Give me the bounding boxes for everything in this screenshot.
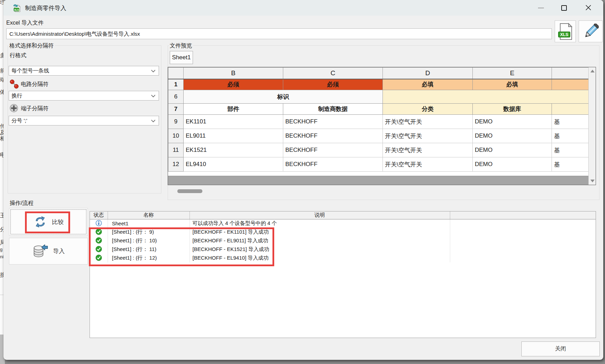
circuit-separator-dropdown[interactable]: 换行 <box>9 91 159 101</box>
row-number[interactable]: 12 <box>168 157 184 172</box>
cell[interactable] <box>552 104 589 115</box>
cell[interactable]: 标识 <box>184 90 383 104</box>
cell[interactable]: 必填 <box>383 79 473 90</box>
status-row[interactable]: Sheet1 可以成功导入 4 个设备型号中的 4 个 <box>90 219 596 228</box>
open-xls-button[interactable]: XLS <box>555 20 576 42</box>
panel-horizontal-scrollbar-thumb[interactable] <box>177 189 202 193</box>
cell[interactable]: 基 <box>552 143 589 157</box>
row-number[interactable]: 7 <box>168 104 184 115</box>
cell[interactable]: 基 <box>552 115 589 129</box>
close-icon <box>585 4 592 11</box>
row-number[interactable]: 6 <box>168 90 184 104</box>
row-format-label: 行格式 <box>10 52 26 59</box>
cell[interactable]: 基 <box>552 157 589 172</box>
spreadsheet-preview[interactable]: B C D E 1 必须 必须 必填 必填 6 标识 7 部件 <box>168 67 596 185</box>
background-text: g <box>0 247 2 252</box>
cell[interactable]: DEMO <box>473 129 552 143</box>
corner-cell[interactable] <box>168 68 184 79</box>
format-group-title: 格式选择和分隔符 <box>8 42 55 50</box>
circuit-separator-label: 电路分隔符 <box>21 81 49 88</box>
minimize-button[interactable] <box>533 0 549 16</box>
name-column-header[interactable]: 名称 <box>108 211 190 219</box>
status-row[interactable]: [Sheet1] : (行： 10) [BECKHOFF - EL9011] 导… <box>90 236 596 245</box>
row-number[interactable]: 10 <box>168 129 184 143</box>
cell[interactable]: 开关\空气开关 <box>383 129 473 143</box>
circuit-separator-value: 换行 <box>11 93 22 98</box>
file-path-input[interactable]: C:\Users\Administrator\Desktop\电气设备型号导入.… <box>6 28 552 39</box>
status-description: [BECKHOFF - EL9011] 导入成功 <box>190 236 450 245</box>
scroll-down-icon[interactable] <box>590 180 595 182</box>
cell[interactable]: 部件 <box>184 104 283 115</box>
column-header[interactable] <box>552 68 589 79</box>
status-table[interactable]: 状态 名称 说明 Sheet1 可以成功导入 4 个设备型号中的 4 个 [Sh… <box>90 211 596 338</box>
cell[interactable]: 必填 <box>473 79 552 90</box>
tab-sheet1[interactable]: Sheet1 <box>170 51 193 64</box>
close-window-button[interactable] <box>580 0 596 16</box>
cell[interactable]: EK1101 <box>184 115 283 129</box>
cell[interactable]: EL9410 <box>184 157 283 172</box>
cell[interactable]: BECKHOFF <box>283 157 383 172</box>
cell[interactable]: 基 <box>552 129 589 143</box>
cell[interactable] <box>552 79 589 90</box>
success-check-icon <box>95 228 102 236</box>
cell[interactable]: DEMO <box>473 157 552 172</box>
column-header[interactable]: C <box>283 68 383 79</box>
import-button-label: 导入 <box>53 247 65 255</box>
window-title: 制造商零件导入 <box>25 4 66 12</box>
table-row: 6 标识 <box>168 90 589 104</box>
status-row[interactable]: [Sheet1] : (行： 9) [BECKHOFF - EK1101] 导入… <box>90 228 596 236</box>
excel-file-label: Excel 导入文件 <box>6 19 44 27</box>
close-button[interactable]: 关闭 <box>521 341 600 356</box>
cell[interactable]: 必须 <box>184 79 283 90</box>
titlebar[interactable]: XLS 制造商零件导入 <box>3 0 603 16</box>
cell[interactable]: 开关\空气开关 <box>383 143 473 157</box>
column-header[interactable]: E <box>473 68 552 79</box>
table-row: 1 必须 必须 必填 必填 <box>168 79 589 90</box>
status-description: [BECKHOFF - EK1101] 导入成功 <box>190 228 450 236</box>
cell[interactable]: BECKHOFF <box>283 115 383 129</box>
row-number[interactable]: 11 <box>168 143 184 157</box>
table-row: 10 EL9011 BECKHOFF 开关\空气开关 DEMO 基 <box>168 129 589 143</box>
cell[interactable]: DEMO <box>473 115 552 129</box>
cell[interactable]: 必须 <box>283 79 383 90</box>
xls-import-icon: XLS <box>12 3 21 14</box>
cell[interactable]: 开关\空气开关 <box>383 157 473 172</box>
import-button[interactable]: 导入 <box>9 238 88 265</box>
row-format-dropdown[interactable]: 每个型号一条线 <box>9 66 159 76</box>
status-column-header[interactable]: 状态 <box>90 211 108 219</box>
cell[interactable]: 数据库 <box>473 104 552 115</box>
row-number[interactable]: 9 <box>168 115 184 129</box>
database-import-icon <box>32 244 48 258</box>
terminal-separator-dropdown[interactable]: 分号 ';' <box>9 116 159 125</box>
status-row[interactable]: [Sheet1] : (行： 12) [BECKHOFF - EL9410] 导… <box>90 254 596 262</box>
column-header[interactable]: D <box>383 68 473 79</box>
table-row: 12 EL9410 BECKHOFF 开关\空气开关 DEMO 基 <box>168 157 589 172</box>
cell[interactable]: 制造商数据 <box>283 104 383 115</box>
cell[interactable]: EK1521 <box>184 143 283 157</box>
description-column-header[interactable]: 说明 <box>190 211 450 219</box>
cell[interactable]: BECKHOFF <box>283 143 383 157</box>
grid-horizontal-scrollbar[interactable] <box>168 176 588 185</box>
status-name: [Sheet1] : (行： 10) <box>108 236 190 245</box>
vertical-scrollbar[interactable] <box>588 67 596 185</box>
cell[interactable]: EL9011 <box>184 129 283 143</box>
edit-button[interactable] <box>579 20 603 42</box>
status-name: [Sheet1] : (行： 11) <box>108 245 190 254</box>
terminal-separator-value: 分号 ';' <box>11 118 27 123</box>
cell[interactable]: 开关\空气开关 <box>383 115 473 129</box>
cell[interactable]: DEMO <box>473 143 552 157</box>
cell[interactable] <box>383 90 589 104</box>
circuit-separator-icon <box>10 79 19 90</box>
cell[interactable]: BECKHOFF <box>283 129 383 143</box>
column-header[interactable]: B <box>184 68 283 79</box>
compare-button[interactable]: 比较 <box>9 208 88 236</box>
svg-text:XLS: XLS <box>14 9 19 11</box>
compare-button-label: 比较 <box>52 218 64 226</box>
maximize-button[interactable] <box>556 0 572 16</box>
chevron-down-icon <box>151 95 156 97</box>
cell[interactable]: 分类 <box>383 104 473 115</box>
row-number[interactable]: 1 <box>168 79 184 90</box>
scroll-up-icon[interactable] <box>590 70 595 72</box>
status-row[interactable]: [Sheet1] : (行： 11) [BECKHOFF - EK1521] 导… <box>90 245 596 254</box>
empty-column-header[interactable] <box>450 211 596 219</box>
